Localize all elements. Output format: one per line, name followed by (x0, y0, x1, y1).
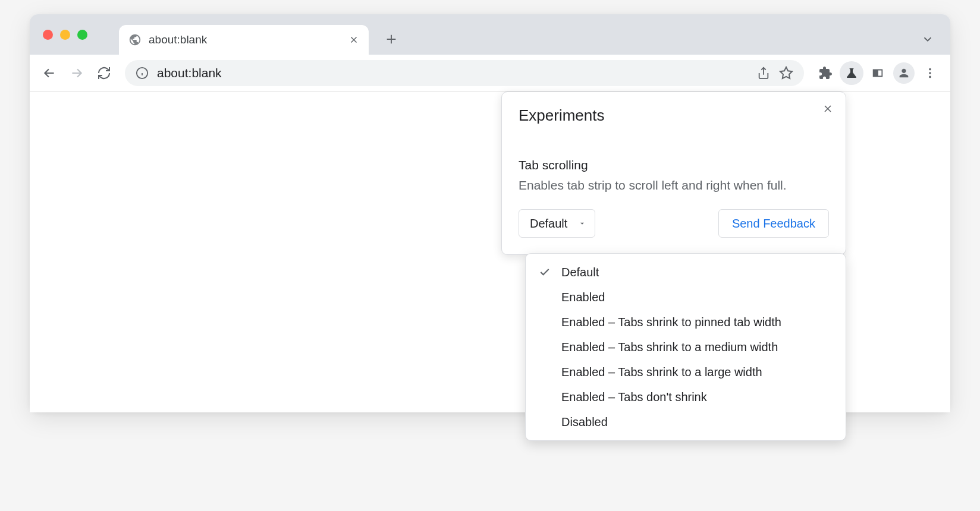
feedback-label: Send Feedback (732, 217, 815, 231)
check-icon (538, 266, 552, 278)
popup-close-button[interactable] (819, 100, 836, 117)
tab-overflow-button[interactable] (916, 27, 940, 51)
experiments-popup: Experiments Tab scrolling Enables tab st… (501, 92, 846, 255)
dropdown-menu: DefaultEnabledEnabled – Tabs shrink to p… (525, 253, 846, 441)
svg-point-5 (929, 68, 931, 70)
window-close-button[interactable] (43, 30, 53, 40)
extensions-icon[interactable] (813, 61, 837, 85)
dropdown-option[interactable]: Disabled (526, 409, 846, 434)
dropdown-selected-label: Default (530, 217, 567, 231)
dropdown-option[interactable]: Enabled – Tabs shrink to a medium width (526, 335, 846, 359)
dropdown-option-label: Enabled – Tabs shrink to a medium width (561, 340, 778, 354)
forward-button[interactable] (65, 62, 88, 84)
dropdown-option-label: Enabled – Tabs don't shrink (561, 390, 707, 404)
side-panel-icon[interactable] (866, 61, 890, 85)
experiments-flask-icon[interactable] (840, 61, 863, 85)
dropdown-option[interactable]: Enabled – Tabs shrink to pinned tab widt… (526, 310, 846, 335)
dropdown-option-label: Enabled – Tabs shrink to a large width (561, 365, 762, 379)
address-bar[interactable] (125, 60, 804, 86)
send-feedback-button[interactable]: Send Feedback (718, 209, 829, 238)
share-icon[interactable] (756, 66, 771, 80)
menu-button[interactable] (918, 61, 942, 85)
tab-title: about:blank (149, 33, 341, 46)
new-tab-button[interactable] (379, 27, 403, 51)
bookmark-star-icon[interactable] (779, 66, 793, 80)
back-button[interactable] (38, 62, 61, 84)
svg-point-7 (929, 75, 931, 78)
window-minimize-button[interactable] (60, 30, 70, 40)
dropdown-option-label: Enabled (561, 291, 605, 304)
popup-title: Experiments (519, 106, 829, 125)
toolbar-actions (813, 61, 942, 85)
window-maximize-button[interactable] (77, 30, 87, 40)
site-info-icon[interactable] (136, 67, 149, 80)
toolbar (30, 55, 950, 92)
dropdown-option-label: Default (561, 266, 599, 279)
window-controls (43, 30, 87, 40)
dropdown-option[interactable]: Enabled – Tabs don't shrink (526, 384, 846, 409)
url-input[interactable] (157, 66, 748, 80)
dropdown-option[interactable]: Enabled (526, 285, 846, 310)
dropdown-option-label: Disabled (561, 415, 608, 429)
browser-window: about:blank (30, 14, 950, 412)
profile-avatar[interactable] (892, 61, 916, 85)
dropdown-option-label: Enabled – Tabs shrink to pinned tab widt… (561, 316, 781, 329)
tab-strip: about:blank (30, 14, 950, 55)
dropdown-option[interactable]: Enabled – Tabs shrink to a large width (526, 359, 846, 384)
browser-tab[interactable]: about:blank (119, 25, 369, 55)
dropdown-caret-icon (578, 219, 586, 228)
experiment-description: Enables tab strip to scroll left and rig… (519, 178, 829, 193)
dropdown-option[interactable]: Default (526, 260, 846, 285)
svg-point-6 (929, 72, 931, 74)
experiment-name: Tab scrolling (519, 158, 829, 172)
globe-icon (128, 33, 142, 46)
close-tab-button[interactable] (348, 34, 359, 45)
svg-marker-4 (780, 67, 792, 78)
experiment-controls: Default Send Feedback (519, 209, 829, 238)
experiment-dropdown[interactable]: Default (519, 209, 595, 238)
reload-button[interactable] (93, 62, 115, 84)
